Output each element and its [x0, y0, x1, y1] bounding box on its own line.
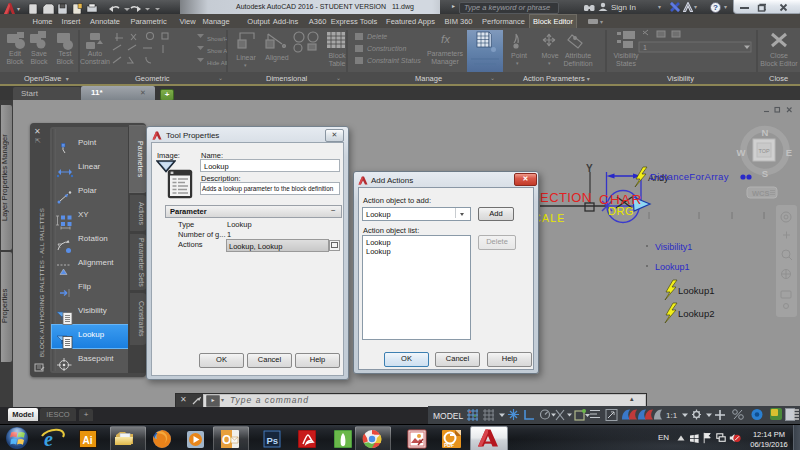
svg-text:fx: fx	[441, 33, 451, 45]
svg-text:?: ?	[713, 3, 718, 12]
svg-text:Lookup1: Lookup1	[678, 285, 714, 296]
svg-text:Visibility1: Visibility1	[655, 242, 692, 252]
svg-text:1:1: 1:1	[666, 411, 678, 420]
svg-text:TOP: TOP	[758, 148, 770, 154]
svg-text:SECTION: SECTION	[531, 190, 592, 205]
svg-text:Lookup1: Lookup1	[655, 262, 690, 272]
svg-text:O: O	[222, 433, 231, 447]
svg-text:E: E	[786, 147, 792, 158]
svg-text:Lookup2: Lookup2	[678, 308, 714, 319]
svg-text:W: W	[737, 147, 746, 158]
svg-text:Constraint Status: Constraint Status	[367, 57, 421, 64]
svg-text:S: S	[762, 168, 768, 179]
svg-text:Ai: Ai	[83, 435, 93, 446]
svg-text:DRG: DRG	[608, 205, 634, 217]
svg-text:DistanceForArray: DistanceForArray	[650, 171, 729, 182]
svg-text:MODEL: MODEL	[433, 411, 464, 421]
svg-text:Delete: Delete	[367, 33, 387, 40]
svg-text:WCS: WCS	[752, 189, 770, 198]
svg-text:PDF: PDF	[444, 442, 454, 448]
svg-text:Ps: Ps	[267, 435, 279, 446]
svg-text:N: N	[762, 127, 769, 138]
svg-text:Construction: Construction	[367, 45, 406, 52]
svg-text:1: 1	[643, 44, 647, 51]
